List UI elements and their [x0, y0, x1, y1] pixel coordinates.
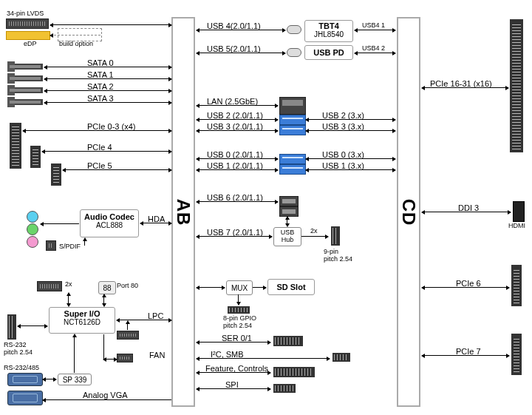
chip-cd-label: CD: [398, 198, 419, 226]
port80-label: Port 80: [117, 282, 138, 289]
twox-label: 2x: [65, 280, 72, 288]
sata1-label: SATA 1: [87, 70, 114, 79]
usbhub-box: USB Hub: [273, 227, 301, 246]
lpc-header: [117, 331, 139, 340]
line-fan-h: [103, 359, 117, 360]
edp-connector: [6, 31, 50, 40]
lvds-connector: [6, 18, 49, 29]
sdslot-text: SD Slot: [268, 280, 314, 294]
chip-ab: AB: [171, 17, 195, 407]
hub2x-label: 2x: [310, 227, 318, 235]
usb42-label: USB4 2: [362, 44, 385, 52]
usb3-label: USB 3 (2.0/1.1): [207, 122, 263, 131]
mux-text: MUX: [231, 284, 248, 292]
usbpd-box: USB PD: [304, 45, 353, 60]
edp-label: eDP: [24, 40, 37, 47]
usb6-label: USB 6 (2.0/1.1): [207, 193, 263, 202]
sata3-label: SATA 3: [87, 94, 114, 103]
usb6-hdr: [279, 196, 299, 206]
line-lpc-hdr: [127, 321, 128, 330]
pcie6-slot: [511, 265, 522, 306]
lpc-label: LPC: [148, 311, 163, 320]
pcie5-slot: [51, 163, 61, 186]
sata0-label: SATA 0: [87, 58, 114, 67]
line-port80: [103, 294, 104, 306]
sdslot-box: SD Slot: [267, 279, 315, 295]
lan-label: LAN (2.5GbE): [207, 97, 258, 106]
typec-2: [287, 48, 301, 57]
line-sp339-v: [74, 334, 75, 373]
line-vga: [43, 399, 171, 400]
i2c-label: I²C, SMB: [211, 350, 244, 359]
feat-block: [273, 367, 315, 377]
superio-box: Super I/O NCT6126D: [49, 307, 115, 334]
pcie7-slot: [511, 334, 522, 375]
port80-seg: 88: [98, 281, 116, 294]
usb3-port: [279, 125, 306, 135]
usb1-port: [279, 164, 306, 175]
rs232-label: RS-232 pitch 2.54: [4, 341, 33, 356]
usb7-label: USB 7 (2.0/1.1): [207, 228, 263, 237]
usbhub-text: USB Hub: [274, 229, 301, 244]
audio-codec-title: Audio Codec: [81, 212, 138, 221]
sata2-conn: [7, 87, 43, 93]
jack-blue: [27, 211, 38, 223]
line-mux: [197, 287, 225, 288]
ddi3-label: DDI 3: [458, 203, 479, 212]
spdif-conn: [46, 240, 56, 251]
ninepin-block: [331, 226, 340, 246]
i2c-block: [332, 353, 350, 362]
rj45-port: [279, 97, 306, 115]
superio-title: Super I/O: [50, 309, 115, 318]
usb0-port: [279, 154, 306, 164]
pcie5-label: PCIe 5: [87, 161, 112, 170]
usb4-label: USB 4(2.0/1.1): [207, 21, 261, 30]
audio-codec-sub: ACL888: [81, 221, 138, 229]
sata1-conn: [7, 75, 43, 81]
usb1-3x-label: USB 1 (3.x): [322, 161, 364, 170]
line-pcie5: [63, 169, 171, 170]
usb41-label: USB4 1: [362, 21, 385, 29]
chip-ab-label: AB: [173, 198, 194, 226]
line-hub-2x: [301, 236, 328, 237]
sata2-label: SATA 2: [87, 82, 114, 91]
ser-label: SER 0/1: [222, 334, 252, 343]
sata0-conn: [7, 64, 43, 70]
gpio-label: 8-pin GPIO pitch 2.54: [223, 314, 256, 329]
usb2-3x-label: USB 2 (3.x): [322, 111, 364, 120]
usb5-label: USB 5(2.0/1.1): [207, 44, 261, 53]
chip-cd: CD: [397, 17, 420, 407]
gpio-block: [228, 306, 250, 314]
pcie03-label: PCIe 0-3 (x4): [87, 122, 135, 131]
usb2-port: [279, 115, 306, 125]
line-spdif: [84, 238, 85, 246]
lvds-label: 34-pin LVDS: [7, 10, 44, 17]
usb1-label: USB 1 (2.0/1.1): [207, 161, 263, 170]
mux-box: MUX: [226, 280, 253, 295]
line-lvds: [50, 24, 171, 25]
jack-pink: [27, 236, 38, 248]
pcie16-label: PCIe 16-31 (x16): [430, 79, 492, 88]
spi-block: [273, 384, 296, 393]
hdmi-port: [513, 201, 525, 222]
usb0-3x-label: USB 0 (3.x): [322, 150, 364, 159]
pcie7-label: PCIe 7: [456, 347, 481, 356]
twox-header: [37, 281, 62, 291]
spdif-label: S/PDIF: [59, 243, 81, 250]
line-sp339: [43, 379, 56, 379]
line-usb42: [355, 53, 395, 53]
fan-label: FAN: [149, 351, 165, 360]
build-option-box: [58, 28, 102, 41]
line-2x: [68, 293, 69, 306]
typec-1: [287, 25, 301, 34]
db9-conn: [7, 373, 43, 386]
spi-label: SPI: [225, 380, 239, 389]
sp339-box: SP 339: [58, 374, 92, 385]
superio-sub: NCT6126D: [50, 318, 115, 326]
audio-codec-box: Audio Codec ACL888: [80, 209, 139, 237]
tbt4-box: TBT4 JHL8540: [304, 20, 353, 42]
usb2-label: USB 2 (2.0/1.1): [207, 111, 263, 120]
line-fan-v: [103, 334, 104, 359]
jack-green: [27, 223, 38, 235]
pcie6-label: PCIe 6: [456, 279, 481, 288]
